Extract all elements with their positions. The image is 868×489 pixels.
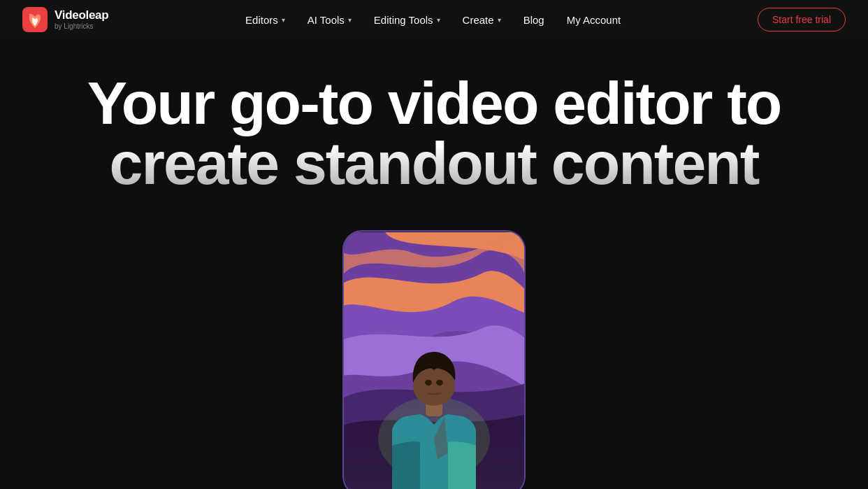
nav-blog-label: Blog bbox=[523, 14, 544, 26]
nav-create-chevron: ▾ bbox=[498, 16, 501, 24]
logo-name: Videoleap bbox=[55, 9, 108, 22]
start-trial-button[interactable]: Start free trial bbox=[758, 8, 846, 31]
logo-text-block: Videoleap by Lightricks bbox=[55, 9, 108, 30]
phone-card-wrapper bbox=[342, 230, 526, 489]
hero-title-line2: create standout content bbox=[110, 129, 759, 197]
svg-point-6 bbox=[436, 380, 443, 385]
videoleap-logo-icon bbox=[22, 7, 48, 32]
nav-my-account[interactable]: My Account bbox=[567, 14, 621, 26]
nav-editing-tools-label: Editing Tools bbox=[374, 14, 433, 26]
nav-editors[interactable]: Editors ▾ bbox=[245, 14, 285, 26]
nav-ai-tools[interactable]: AI Tools ▾ bbox=[308, 14, 352, 26]
nav-links: Editors ▾ AI Tools ▾ Editing Tools ▾ Cre… bbox=[245, 14, 621, 26]
hero-title-line1: Your go-to video editor to bbox=[87, 69, 781, 136]
svg-point-5 bbox=[425, 380, 432, 385]
hero-headline: Your go-to video editor to create stando… bbox=[87, 73, 781, 193]
nav-ai-tools-chevron: ▾ bbox=[348, 16, 352, 24]
hero-title: Your go-to video editor to create stando… bbox=[87, 73, 781, 193]
nav-my-account-label: My Account bbox=[567, 14, 621, 26]
nav-ai-tools-label: AI Tools bbox=[308, 14, 345, 26]
nav-create[interactable]: Create ▾ bbox=[463, 14, 501, 26]
nav-blog[interactable]: Blog bbox=[523, 14, 544, 26]
nav-editors-chevron: ▾ bbox=[282, 16, 285, 24]
navbar: Videoleap by Lightricks Editors ▾ AI Too… bbox=[0, 0, 868, 39]
nav-editing-tools-chevron: ▾ bbox=[437, 16, 440, 24]
person-figure bbox=[364, 313, 504, 489]
logo-subtitle: by Lightricks bbox=[55, 22, 108, 30]
nav-editors-label: Editors bbox=[245, 14, 278, 26]
nav-editing-tools[interactable]: Editing Tools ▾ bbox=[374, 14, 440, 26]
video-preview-card bbox=[342, 230, 526, 489]
logo-area: Videoleap by Lightricks bbox=[22, 7, 108, 32]
hero-section: Your go-to video editor to create stando… bbox=[0, 39, 868, 489]
nav-create-label: Create bbox=[463, 14, 494, 26]
